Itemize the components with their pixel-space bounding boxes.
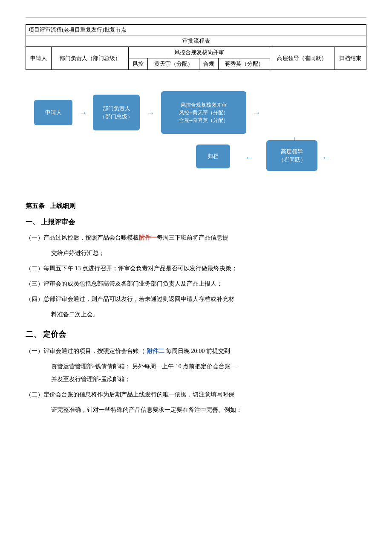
item3-label: （三） — [26, 280, 43, 287]
flow-box-dept: 部门负责人 （部门总级） — [93, 95, 140, 130]
item3-text: 评审会的成员包括总部高管及各部门业务部门负责人及产品上报人； — [43, 280, 222, 287]
section2-item2-label: （二） — [26, 391, 43, 398]
flow-box-senior: 高层领导 （崔同跃） — [266, 140, 317, 171]
section2-item1-highlight: 附件二 — [145, 348, 166, 354]
table-sub-title: 审批流程表 — [26, 35, 366, 47]
flow-diagram: 申请人 → 部门负责人 （部门总级） → 风控合规复核岗并审 风控--黄天宇（分… — [26, 78, 366, 189]
section1-heading: 一、 上报评审会 — [26, 218, 366, 227]
col-compliance: 合规 — [199, 58, 219, 70]
col-huang: 黄天宇（分配） — [148, 58, 199, 70]
col-risk: 风控 — [129, 58, 148, 70]
flow-arrow-1: → — [75, 107, 92, 118]
flow-arrow-6: ← — [320, 152, 332, 163]
section2-item2: （二）定价会台账的信息将作为后期产品上线发行的唯一依据，切注意填写时保 — [26, 389, 366, 401]
flow-arrow-5: ← — [234, 152, 264, 163]
article5-sub: 上线细则 — [50, 202, 75, 209]
flow-arrow-4: ↓ — [289, 135, 300, 143]
item1-text-after: 每周三下班前将产品信息提 — [157, 234, 228, 241]
section2-item1-indent1: 资管运营管理部-钱倩倩邮箱； 另外每周一上午 10 点前把定价会台账一 — [51, 361, 366, 373]
section2-item1: （一）评审会通过的项目，按照定价会台账（ 附件二 每周日晚 20:00 前提交到 — [26, 345, 366, 357]
item1-highlight: 附件一 — [139, 234, 157, 241]
page-divider — [26, 17, 366, 17]
approval-table: 项目评审流程(老项目重复发行)批复节点 审批流程表 申请人 部门负责人（部门总级… — [26, 24, 366, 70]
article5-title: 第五条 上线细则 — [26, 202, 366, 210]
item1-label: （一） — [26, 234, 43, 241]
section1-item2: （二）每周五下午 13 点进行召开；评审会负责对产品是否可以发行做最终决策； — [26, 263, 366, 275]
section2-item1-indent2: 并发至发行管理部-孟欣邮箱； — [51, 373, 366, 385]
item1-text-before: 产品过风控后，按照产品会台账模板 — [43, 234, 139, 241]
flow-arrow-2: → — [142, 107, 159, 118]
col-archive: 归档结束 — [334, 47, 366, 70]
section2-heading: 二、 定价会 — [26, 329, 366, 339]
section2-item1-before: 评审会通过的项目，按照定价会台账（ — [43, 348, 145, 354]
item4-label: （四） — [26, 296, 43, 302]
section2-item2-text: 定价会台账的信息将作为后期产品上线发行的唯一依据，切注意填写时保 — [43, 391, 234, 398]
flow-box-archive: 归档 — [196, 145, 230, 168]
col-dept-head: 部门负责人（部门总级） — [52, 47, 129, 70]
section2-item1-label: （一） — [26, 348, 43, 354]
item2-text: 每周五下午 13 点进行召开；评审会负责对产品是否可以发行做最终决策； — [43, 265, 237, 272]
item4-text: 总部评审会通过，则产品可以发行，若未通过则返回申请人存档或补充材 — [43, 296, 234, 302]
flow-box-risk-compliance: 风控合规复核岗并审 风控--黄天宇（分配） 合规--蒋秀英（分配） — [161, 91, 246, 134]
item2-label: （二） — [26, 265, 43, 272]
section1-item3: （三）评审会的成员包括总部高管及各部门业务部门负责人及产品上报人； — [26, 278, 366, 290]
section1-item1-indent: 交给卢婷进行汇总； — [51, 247, 366, 259]
col-risk-compliance-header: 风控合规复核岗并审 — [129, 47, 270, 58]
col-jiang: 蒋秀英（分配） — [219, 58, 270, 70]
section2-item2-indent: 证完整准确，针对一些特殊的产品信息要求一定要在备注中完善。例如： — [51, 404, 366, 416]
table-title: 项目评审流程(老项目重复发行)批复节点 — [26, 25, 366, 35]
flow-arrow-3: → — [248, 107, 265, 118]
article5-label: 第五条 — [26, 202, 45, 209]
section1-item4: （四）总部评审会通过，则产品可以发行，若未通过则返回申请人存档或补充材 — [26, 293, 366, 305]
section1-item1: （一）产品过风控后，按照产品会台账模板附件一每周三下班前将产品信息提 — [26, 232, 366, 244]
section1-item4-indent: 料准备二次上会。 — [51, 309, 366, 321]
flow-box-applicant: 申请人 — [34, 100, 72, 125]
section2-item1-after: 每周日晚 20:00 前提交到 — [166, 348, 230, 354]
col-senior: 高层领导（崔同跃） — [270, 47, 334, 70]
col-applicant: 申请人 — [26, 47, 52, 70]
